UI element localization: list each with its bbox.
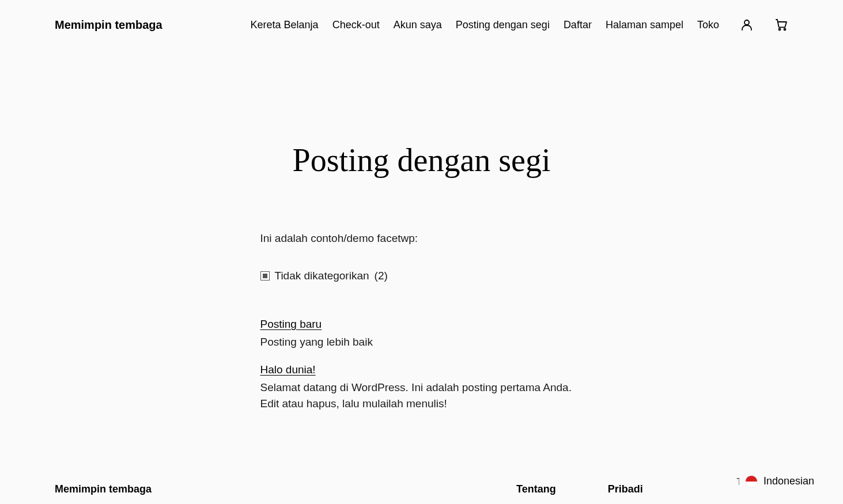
main-content: Ini adalah contoh/demo facetwp: Tidak di…	[249, 230, 595, 412]
facet-label: Tidak dikategorikan	[275, 268, 369, 285]
post-item: Posting baru Posting yang lebih baik	[260, 316, 583, 350]
nav-link-account[interactable]: Akun saya	[394, 17, 442, 33]
nav-link-cart[interactable]: Kereta Belanja	[251, 17, 319, 33]
nav-link-posting[interactable]: Posting dengan segi	[456, 17, 550, 33]
post-title-link[interactable]: Halo dunia!	[260, 363, 316, 376]
post-title-link[interactable]: Posting baru	[260, 318, 322, 330]
svg-point-1	[779, 29, 781, 31]
language-switcher[interactable]: Indonesian	[739, 470, 820, 492]
facet-count: (2)	[375, 268, 388, 285]
account-icon[interactable]	[740, 18, 754, 32]
header-icons	[740, 18, 788, 32]
site-title[interactable]: Memimpin tembaga	[55, 16, 162, 33]
site-footer: Memimpin tembaga Hanya situs WordPress l…	[0, 424, 843, 505]
intro-text: Ini adalah contoh/demo facetwp:	[260, 230, 583, 247]
facet-checkbox-row[interactable]: Tidak dikategorikan (2)	[260, 268, 583, 285]
post-item: Halo dunia! Selamat datang di WordPress.…	[260, 362, 583, 412]
nav-wrapper: Kereta Belanja Check-out Akun saya Posti…	[251, 17, 788, 33]
nav-link-sample-page[interactable]: Halaman sampel	[606, 17, 683, 33]
footer-heading: Pribadi	[608, 482, 695, 497]
cart-icon[interactable]	[774, 18, 788, 32]
flag-icon	[745, 475, 758, 488]
primary-nav: Kereta Belanja Check-out Akun saya Posti…	[251, 17, 719, 33]
nav-link-daftar[interactable]: Daftar	[564, 17, 592, 33]
footer-col-private: Pribadi Kebijakan Privasi syarat dan Ket…	[608, 482, 695, 505]
svg-point-0	[744, 20, 749, 25]
page-title: Posting dengan segi	[0, 136, 843, 184]
nav-link-shop[interactable]: Toko	[697, 17, 719, 33]
checkbox-icon[interactable]	[260, 271, 270, 281]
footer-about: Memimpin tembaga Hanya situs WordPress l…	[55, 482, 482, 505]
nav-link-checkout[interactable]: Check-out	[332, 17, 380, 33]
footer-site-title[interactable]: Memimpin tembaga	[55, 482, 482, 497]
post-excerpt: Posting yang lebih baik	[260, 334, 583, 351]
language-label: Indonesian	[763, 473, 814, 489]
post-excerpt: Selamat datang di WordPress. Ini adalah …	[260, 380, 583, 412]
footer-col-about: Tentang Tim Sejarah Karier	[516, 482, 556, 505]
svg-point-2	[784, 29, 786, 31]
site-header: Memimpin tembaga Kereta Belanja Check-ou…	[0, 0, 843, 50]
footer-heading: Tentang	[516, 482, 556, 497]
